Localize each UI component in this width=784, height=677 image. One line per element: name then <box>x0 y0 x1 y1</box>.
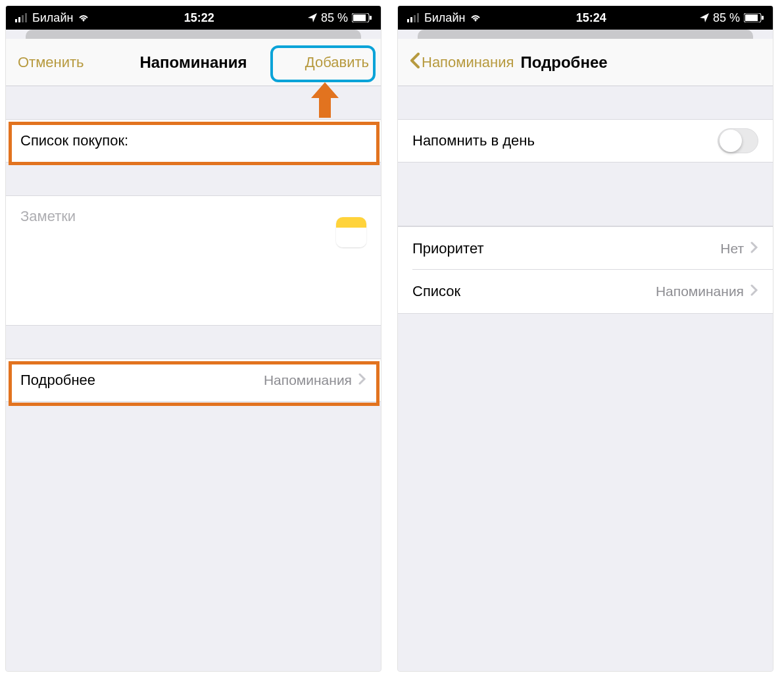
notes-app-icon <box>336 217 366 247</box>
location-icon <box>308 13 317 22</box>
chevron-right-icon <box>750 240 758 257</box>
svg-rect-5 <box>353 14 366 21</box>
svg-rect-3 <box>25 13 27 22</box>
chevron-right-icon <box>750 283 758 300</box>
remind-on-day-label: Напомнить в день <box>412 132 718 149</box>
battery-icon <box>744 13 764 22</box>
status-bar: Билайн 15:22 85 % <box>6 6 381 30</box>
svg-rect-10 <box>417 13 419 22</box>
nav-title: Напоминания <box>139 53 247 72</box>
svg-rect-13 <box>762 16 764 20</box>
carrier-label: Билайн <box>424 11 465 25</box>
details-row[interactable]: Подробнее Напоминания <box>6 359 381 402</box>
signal-icon <box>407 13 420 22</box>
carrier-label: Билайн <box>32 11 73 25</box>
signal-icon <box>15 13 28 22</box>
list-row-label: Список <box>412 283 656 300</box>
background-tab-peek <box>418 30 753 39</box>
svg-rect-0 <box>15 19 17 22</box>
svg-rect-9 <box>414 15 416 22</box>
wifi-icon <box>469 13 482 22</box>
svg-rect-2 <box>22 15 24 22</box>
add-button[interactable]: Добавить <box>305 54 369 71</box>
remind-on-day-toggle[interactable] <box>718 128 758 153</box>
svg-rect-8 <box>410 17 412 22</box>
location-icon <box>700 13 709 22</box>
battery-percent-label: 85 % <box>321 11 348 25</box>
battery-icon <box>352 13 372 22</box>
list-row[interactable]: Список Напоминания <box>398 270 773 313</box>
svg-rect-6 <box>370 16 372 20</box>
priority-row-label: Приоритет <box>412 240 720 257</box>
svg-rect-7 <box>407 19 409 22</box>
nav-title: Подробнее <box>520 53 607 72</box>
priority-row[interactable]: Приоритет Нет <box>398 226 773 270</box>
phone-right: Билайн 15:24 85 % Напоминания Подробнее <box>397 5 773 672</box>
clock-label: 15:24 <box>576 11 606 25</box>
priority-row-value: Нет <box>720 241 744 257</box>
navigation-bar: Напоминания Подробнее <box>398 39 773 86</box>
notes-cell[interactable] <box>6 195 381 326</box>
svg-rect-12 <box>745 14 758 21</box>
notes-textarea[interactable] <box>20 208 366 313</box>
cancel-button[interactable]: Отменить <box>18 54 84 71</box>
back-button[interactable]: Напоминания <box>410 53 514 72</box>
navigation-bar: Отменить Напоминания Добавить <box>6 39 381 86</box>
clock-label: 15:22 <box>184 11 214 25</box>
details-row-label: Подробнее <box>20 372 264 389</box>
details-row-value: Напоминания <box>264 372 352 388</box>
svg-rect-1 <box>18 17 20 22</box>
back-button-label: Напоминания <box>422 54 514 71</box>
toggle-knob <box>720 130 742 152</box>
wifi-icon <box>77 13 90 22</box>
status-bar: Билайн 15:24 85 % <box>398 6 773 30</box>
remind-on-day-row: Напомнить в день <box>398 119 773 163</box>
list-row-value: Напоминания <box>656 284 744 299</box>
reminder-title-input[interactable] <box>20 132 366 149</box>
reminder-title-cell[interactable] <box>6 119 381 163</box>
content-area: Подробнее Напоминания <box>6 86 381 671</box>
phone-left: Билайн 15:22 85 % Отменить Напоминания Д… <box>5 5 381 672</box>
chevron-left-icon <box>410 53 420 72</box>
background-tab-peek <box>26 30 361 39</box>
content-area: Напомнить в день Приоритет Нет Список На… <box>398 86 773 671</box>
battery-percent-label: 85 % <box>713 11 740 25</box>
settings-group: Приоритет Нет Список Напоминания <box>398 226 773 314</box>
chevron-right-icon <box>358 372 366 389</box>
